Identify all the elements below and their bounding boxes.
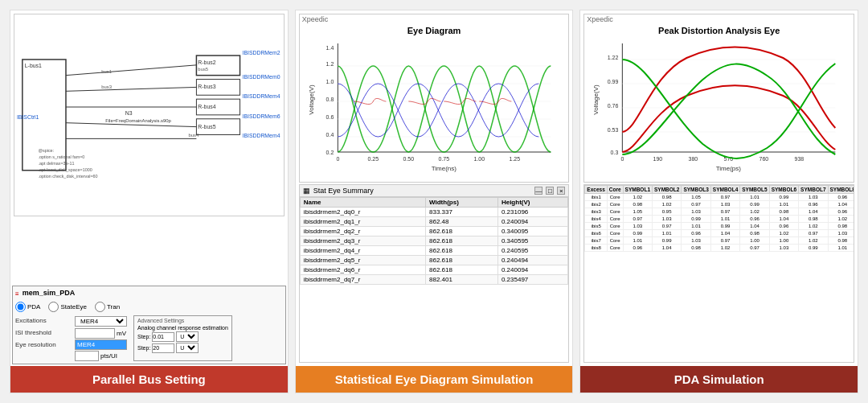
- step1-input[interactable]: [152, 332, 174, 342]
- table-cell: 882.401: [426, 275, 498, 285]
- pda-table-cell: 1.02: [740, 208, 769, 216]
- pda-table-cell: 1.02: [653, 201, 682, 208]
- radio-tran[interactable]: [95, 302, 105, 312]
- panel2-label: Statistical Eye Diagram Simulation: [296, 366, 573, 393]
- table-cell: ibisddrmem2_dq4_r: [300, 246, 425, 256]
- isi-threshold-value: mV: [75, 327, 127, 339]
- pda-table-row: ibis5Core1.030.971.010.991.040.961.020.9…: [585, 223, 854, 230]
- table-cell: 862.618: [426, 227, 498, 236]
- radio-stateeye-label[interactable]: StateEye: [48, 302, 86, 312]
- pda-table-cell: 1.04: [828, 201, 854, 208]
- analog-channel-text: Analog channel response estimation: [137, 325, 228, 331]
- pda-table-cell: 1.03: [682, 237, 710, 245]
- pda-table-cell: 1.03: [799, 194, 828, 201]
- pda-table-cell: 0.96: [828, 194, 854, 201]
- step1-unit-select[interactable]: UI: [176, 331, 199, 342]
- pda-table-cell: 0.98: [653, 194, 682, 201]
- step2-label: Step:: [137, 345, 150, 351]
- svg-text:IBISCtrl1: IBISCtrl1: [17, 114, 39, 120]
- svg-text:R-bus2: R-bus2: [198, 60, 215, 65]
- svg-text:N3: N3: [125, 110, 133, 116]
- stat-eye-table-row: ibisddrmem2_dq7_r882.4010.235497: [300, 275, 568, 285]
- radio-pda-label[interactable]: PDA: [15, 302, 40, 312]
- pda-table-cell: 0.97: [710, 237, 739, 245]
- pda-table-row: ibis1Core1.020.981.050.971.010.991.030.9…: [585, 194, 854, 201]
- stat-eye-table-row: ibisddrmem2_dq3_r862.6180.340595: [300, 236, 568, 246]
- pda-table-cell: ibis2: [585, 201, 607, 208]
- radio-stateeye-text: StateEye: [60, 303, 86, 310]
- close-button[interactable]: ×: [557, 187, 565, 195]
- svg-line-11: [66, 65, 196, 76]
- panel-parallel-bus: L-bus1 R-bus2 bus5 R-bus3 R-bus4 R-bus5: [10, 10, 289, 393]
- pda-table-cell: 0.99: [682, 216, 710, 223]
- pda-chart-svg: 0.3 0.53 0.76 0.99 1.22 0 190 380 570 76…: [584, 35, 854, 172]
- pda-col-header: SYMBOL8: [828, 186, 854, 194]
- table-cell: 0.240595: [497, 246, 567, 256]
- isi-threshold-input[interactable]: [75, 328, 115, 339]
- panel3-label: PDA Simulation: [580, 366, 858, 393]
- table-cell: 862.618: [426, 246, 498, 256]
- radio-stateeye[interactable]: [48, 302, 59, 312]
- settings-panel: ≡ mem_sim_PDA PDA StateEye Tran: [12, 286, 286, 364]
- svg-text:0: 0: [621, 156, 624, 162]
- table-cell: 862.48: [426, 217, 498, 227]
- pda-table-cell: ibis7: [585, 237, 607, 245]
- eye-chart-title: Eye Diagram: [300, 24, 569, 35]
- pda-table-cell: 1.01: [682, 223, 710, 230]
- pda-table-cell: 1.03: [828, 230, 854, 237]
- pda-chart-brand: Xpeedic: [584, 14, 854, 24]
- svg-text:Time(ns): Time(ns): [431, 165, 457, 172]
- pda-col-header: SYMBOL3: [682, 186, 710, 194]
- svg-text:Time(ps): Time(ps): [716, 165, 742, 172]
- svg-text:0.50: 0.50: [403, 156, 414, 162]
- maximize-button[interactable]: □: [546, 187, 554, 195]
- step2-input[interactable]: [152, 343, 174, 353]
- pda-table-cell: 1.02: [769, 230, 798, 237]
- pda-table-cell: 0.99: [740, 201, 769, 208]
- table-cell: 0.240494: [497, 256, 567, 265]
- pda-table-cell: 1.05: [623, 208, 652, 216]
- eye-resolution-input[interactable]: [75, 339, 127, 350]
- pda-table-cell: 0.97: [710, 208, 739, 216]
- minimize-button[interactable]: —: [534, 187, 542, 195]
- excitations-select[interactable]: MER4 SBR DBR: [75, 316, 127, 327]
- table-cell: 0.240094: [497, 265, 567, 275]
- svg-text:760: 760: [760, 156, 769, 162]
- isi-threshold-label: ISI threshold: [15, 327, 72, 339]
- col-name: Name: [300, 198, 425, 208]
- table-cell: ibisddrmem2_dq5_r: [300, 256, 425, 265]
- stat-eye-table-row: ibisddrmem2_dq4_r862.6180.240595: [300, 246, 568, 256]
- table-icon: ▦: [303, 187, 310, 195]
- svg-text:File=FreqDomainAnalysis.s90p: File=FreqDomainAnalysis.s90p: [105, 118, 171, 123]
- svg-line-14: [66, 123, 196, 127]
- svg-text:0.3: 0.3: [611, 150, 619, 155]
- pda-table-cell: 1.00: [769, 237, 798, 245]
- svg-text:.option s_rational fam=0: .option s_rational fam=0: [39, 154, 85, 159]
- svg-text:IBISDDRMem2: IBISDDRMem2: [242, 50, 280, 56]
- svg-text:Voltage(V): Voltage(V): [593, 84, 600, 115]
- schematic-area: L-bus1 R-bus2 bus5 R-bus3 R-bus4 R-bus5: [14, 14, 285, 216]
- pda-table-cell: 0.96: [769, 223, 798, 230]
- stat-eye-data-table: Name Width(ps) Height(V) ibisddrmem2_dq0…: [300, 197, 569, 285]
- pda-table-row: ibis7Core1.010.991.030.971.001.001.020.9…: [585, 237, 854, 245]
- pda-chart-container: Xpeedic Peak Distortion Analysis Eye 0.3…: [583, 14, 854, 183]
- svg-text:1.2: 1.2: [326, 61, 334, 67]
- pda-table-cell: ibis8: [585, 245, 607, 252]
- pda-table-cell: 1.04: [799, 208, 828, 216]
- table-cell: 0.240094: [497, 217, 567, 227]
- pda-table-cell: 0.96: [623, 245, 652, 252]
- eye-resolution-pts[interactable]: 64: [75, 351, 99, 361]
- radio-tran-label[interactable]: Tran: [95, 302, 120, 312]
- svg-text:IBISDDRMem4: IBISDDRMem4: [242, 133, 280, 138]
- step2-unit-select[interactable]: UI: [176, 343, 199, 353]
- svg-text:0.25: 0.25: [367, 156, 379, 162]
- radio-pda[interactable]: [15, 302, 26, 312]
- svg-text:0.4: 0.4: [326, 132, 334, 138]
- pda-table-cell: 0.97: [653, 223, 682, 230]
- pda-table-row: ibis8Core0.961.040.981.020.971.030.991.0…: [585, 245, 854, 252]
- settings-icon: ≡: [15, 290, 19, 298]
- pda-table-cell: 0.97: [623, 216, 652, 223]
- svg-text:0.99: 0.99: [608, 79, 619, 84]
- pda-table-cell: 0.99: [769, 194, 798, 201]
- radio-tran-text: Tran: [107, 303, 120, 310]
